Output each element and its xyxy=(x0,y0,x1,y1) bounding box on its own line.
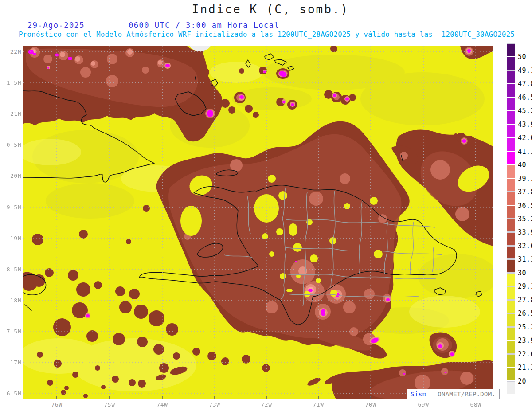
colorbar-segment xyxy=(507,84,515,97)
colorbar-segment xyxy=(507,165,515,178)
colorbar-tick-label: 30 xyxy=(518,269,526,277)
colorbar-tick-label: 49.1 xyxy=(518,67,532,74)
colorbar-segment xyxy=(507,232,515,245)
colorbar-tick-label: 36.5 xyxy=(518,202,532,210)
colorbar-segment xyxy=(507,125,515,137)
colorbar-tick-label: 32.6 xyxy=(518,242,532,250)
weather-map-page: Indice K (C, somb.) 29-Ago-2025 0600 UTC… xyxy=(0,0,532,411)
colorbar-tick-label: 47.8 xyxy=(518,80,532,88)
colorbar-segment xyxy=(507,179,515,192)
x-axis-label: 68W xyxy=(462,401,489,408)
colorbar-segment xyxy=(507,219,515,232)
colorbar-tick-label: 31.3 xyxy=(518,255,532,263)
colorbar-tick-label: 40 xyxy=(518,161,526,169)
watermark-org: ONAMET/REP.DOM. xyxy=(438,391,496,398)
colorbar-tick-label: 46.5 xyxy=(518,94,532,102)
watermark-separator: – xyxy=(426,391,438,398)
watermark-brand: Sisπ xyxy=(411,391,426,398)
y-axis-label: 0.5N xyxy=(0,141,21,148)
colorbar-segment xyxy=(507,111,515,124)
colorbar-segment xyxy=(507,273,515,286)
y-axis-label: 21N xyxy=(0,110,21,117)
y-axis-label: 1.5N xyxy=(0,79,21,86)
map-canvas xyxy=(23,46,493,399)
colorbar-tick-label: 43.9 xyxy=(518,121,532,129)
colorbar-segment xyxy=(507,57,515,70)
colorbar-tick-label: 45.2 xyxy=(518,107,532,115)
colorbar-tick-label: 25.2 xyxy=(518,323,532,331)
colorbar-tick-label: 50 xyxy=(518,53,526,61)
y-axis-label: 20N xyxy=(0,172,21,179)
colorbar-tick-label: 20 xyxy=(518,377,526,385)
colorbar-tick-label: 35.2 xyxy=(518,215,532,223)
colorbar-tick-label: 21.3 xyxy=(518,364,532,372)
colorbar-segment xyxy=(507,43,515,56)
colorbar-segment xyxy=(507,354,515,367)
x-axis-label: 76W xyxy=(43,401,70,408)
colorbar-tick-label: 26.5 xyxy=(518,309,532,317)
colorbar-segment xyxy=(507,286,515,299)
colorbar-segment xyxy=(507,152,515,164)
colorbar-tick-label: 39.1 xyxy=(518,175,532,183)
model-run-subtitle: Pronóstico con el Modelo Atmósferico WRF… xyxy=(19,31,515,39)
k-index-field xyxy=(23,46,493,399)
x-axis-label: 69W xyxy=(410,401,437,408)
y-axis-label: 8.5N xyxy=(0,266,21,273)
y-axis-label: 18N xyxy=(0,297,21,304)
colorbar-segment xyxy=(507,246,515,259)
page-title: Indice K (C, somb.) xyxy=(4,3,532,16)
x-axis-label: 73W xyxy=(201,401,228,408)
colorbar-segment xyxy=(507,192,515,205)
y-axis-label: 22N xyxy=(0,48,21,55)
x-axis-label: 70W xyxy=(357,401,384,408)
y-axis-label: 6.5N xyxy=(0,390,21,397)
colorbar-segment xyxy=(507,138,515,151)
y-axis-label: 17N xyxy=(0,359,21,366)
colorbar-segment xyxy=(507,70,515,83)
k-index-map-svg xyxy=(23,46,493,399)
valid-time-label: 0600 UTC / 3:00 am Hora Local xyxy=(129,21,279,30)
colorbar-segment xyxy=(507,300,515,313)
colorbar-segment xyxy=(507,341,515,353)
valid-date-label: 29-Ago-2025 xyxy=(27,21,85,30)
colorbar-tick-label: 22.6 xyxy=(518,350,532,358)
y-axis-label: 19N xyxy=(0,235,21,242)
colorbar-tick-label: 37.8 xyxy=(518,188,532,196)
x-axis-label: 74W xyxy=(149,401,176,408)
colorbar-segment xyxy=(507,368,515,380)
colorbar-segment xyxy=(507,381,515,394)
colorbar-segment xyxy=(507,313,515,326)
x-axis-label: 72W xyxy=(253,401,280,408)
colorbar-tick-label: 33.9 xyxy=(518,228,532,236)
watermark-badge: Sisπ – ONAMET/REP.DOM. xyxy=(407,389,500,399)
colorbar-segment xyxy=(507,98,515,110)
x-axis-label: 75W xyxy=(96,401,123,408)
x-axis-label: 71W xyxy=(305,401,332,408)
colorbar-tick-label: 41.3 xyxy=(518,148,532,156)
y-axis-label: 7.5N xyxy=(0,328,21,335)
colorbar-tick-label: 27.8 xyxy=(518,296,532,304)
colorbar-tick-label: 23.9 xyxy=(518,337,532,344)
y-axis-label: 9.5N xyxy=(0,204,21,211)
colorbar-segment xyxy=(507,259,515,272)
colorbar-segment xyxy=(507,206,515,219)
colorbar-tick-label: 42.6 xyxy=(518,134,532,142)
colorbar-segment xyxy=(507,327,515,340)
colorbar-tick-label: 29.1 xyxy=(518,282,532,290)
